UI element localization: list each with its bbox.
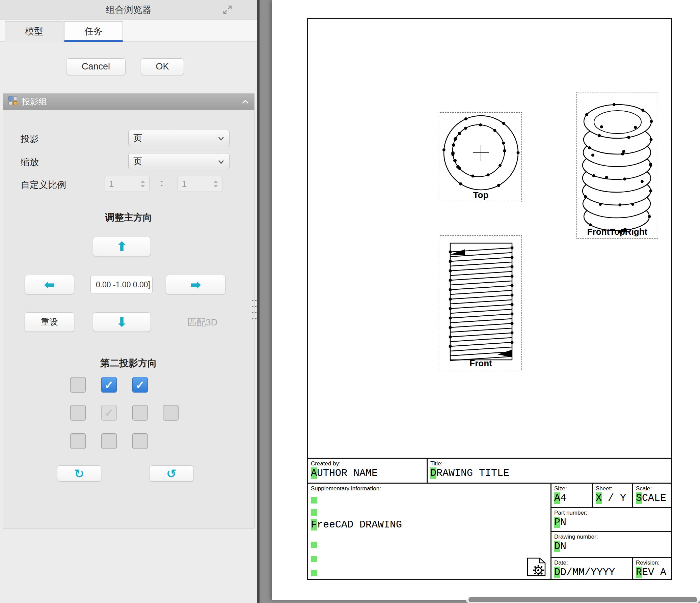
horizontal-scrollbar-thumb[interactable] xyxy=(469,597,697,602)
scale-cell-value[interactable]: SCALE xyxy=(633,492,671,504)
arrow-up-icon: ⬆ xyxy=(117,240,127,253)
part-number-value[interactable]: PN xyxy=(551,517,671,528)
scale-cell: Scale: SCALE xyxy=(633,483,671,508)
detach-panel-icon[interactable] xyxy=(223,5,232,15)
direction-right-button[interactable]: ➡ xyxy=(166,275,225,294)
projection-group-icon xyxy=(8,96,18,108)
ok-button[interactable]: OK xyxy=(141,58,184,75)
spinner-arrows-icon[interactable] xyxy=(141,180,145,187)
drawing-page: Top xyxy=(272,0,700,600)
view-label-top: Top xyxy=(440,190,522,200)
chevron-down-icon xyxy=(218,133,224,143)
title-block-right: Size: A4 Sheet: X / Y Scale: SCALE Par xyxy=(551,483,671,579)
drawing-number-value[interactable]: DN xyxy=(551,541,671,552)
date-label: Date: xyxy=(551,558,632,566)
top-view-drawing xyxy=(440,113,522,202)
secondary-direction-heading: 第二投影方向 xyxy=(3,357,254,370)
revision-label: Revision: xyxy=(633,558,671,566)
rotate-clockwise-button[interactable]: ↻ xyxy=(57,465,101,481)
sheet-value[interactable]: X / Y xyxy=(593,492,632,504)
title-label: Title: xyxy=(428,458,671,467)
scale-select-value: 页 xyxy=(133,155,142,167)
secondary-view-checkbox[interactable] xyxy=(70,405,86,421)
custom-scale-denominator-value: 1 xyxy=(182,179,186,189)
panel-tabs: 模型 任务 xyxy=(0,20,257,42)
reset-button[interactable]: 重设 xyxy=(25,312,74,332)
view-label-front: Front xyxy=(440,358,522,369)
secondary-view-checkbox[interactable] xyxy=(70,434,86,449)
part-number-cell: Part number: PN xyxy=(551,508,671,532)
direction-left-button[interactable]: ⬅ xyxy=(25,275,74,294)
projection-group-header[interactable]: 投影组 xyxy=(3,94,254,110)
sheet-cell: Sheet: X / Y xyxy=(593,483,633,508)
panel-title: 组合浏览器 xyxy=(0,0,257,20)
created-by-value[interactable]: AUTHOR NAME xyxy=(308,467,427,479)
created-by-label: Created by: xyxy=(308,458,427,467)
direction-down-button[interactable]: ⬇ xyxy=(93,312,151,332)
secondary-view-checkbox[interactable] xyxy=(101,434,117,449)
direction-up-button[interactable]: ⬆ xyxy=(93,237,151,256)
sheet-label: Sheet: xyxy=(593,483,632,492)
panel-titlebar: 组合浏览器 xyxy=(0,0,257,20)
cancel-button[interactable]: Cancel xyxy=(66,58,126,75)
scale-cell-label: Scale: xyxy=(633,483,671,492)
panel-splitter[interactable] xyxy=(257,0,259,603)
revision-value[interactable]: REV A xyxy=(633,567,671,578)
title-value[interactable]: DRAWING TITLE xyxy=(428,467,671,479)
secondary-view-checkbox[interactable] xyxy=(101,405,117,421)
splitter-handle[interactable] xyxy=(252,300,257,323)
created-by-cell: Created by: AUTHOR NAME xyxy=(308,458,428,483)
part-number-label: Part number: xyxy=(551,508,671,516)
tab-tasks[interactable]: 任务 xyxy=(64,21,123,42)
drawing-number-label: Drawing number: xyxy=(551,532,671,540)
supplementary-value[interactable]: FreeCAD DRAWING xyxy=(308,519,402,530)
collapse-chevron-up-icon[interactable] xyxy=(242,97,249,107)
view-top[interactable]: Top xyxy=(440,112,522,202)
secondary-view-checkbox[interactable] xyxy=(101,377,117,393)
custom-scale-numerator-spinbox[interactable]: 1 xyxy=(105,176,150,192)
spinner-arrows-icon[interactable] xyxy=(213,180,218,187)
placeholder-square[interactable] xyxy=(311,556,317,562)
size-label: Size: xyxy=(551,483,592,492)
projection-group-title: 投影组 xyxy=(22,96,47,107)
revision-cell: Revision: REV A xyxy=(633,558,671,579)
match-3d-button[interactable]: 匹配3D xyxy=(175,316,229,329)
techdraw-canvas: Top xyxy=(259,0,700,603)
rotate-counterclockwise-button[interactable]: ↺ xyxy=(149,465,193,481)
size-value[interactable]: A4 xyxy=(551,492,592,504)
secondary-view-checkbox[interactable] xyxy=(163,405,178,421)
rotate-ccw-icon: ↺ xyxy=(167,468,176,479)
secondary-view-checkbox[interactable] xyxy=(132,377,148,393)
supplementary-label: Supplementary information: xyxy=(308,483,550,492)
placeholder-square[interactable] xyxy=(311,542,317,548)
title-block: Created by: AUTHOR NAME Title: DRAWING T… xyxy=(308,457,671,579)
placeholder-square[interactable] xyxy=(311,509,317,516)
projection-select-value: 页 xyxy=(133,132,142,144)
title-cell: Title: DRAWING TITLE xyxy=(428,458,671,483)
secondary-view-checkbox[interactable] xyxy=(70,377,86,393)
view-label-front-top-right: FrontTopRight xyxy=(577,227,658,237)
primary-direction-heading: 调整主方向 xyxy=(3,211,254,224)
projection-select[interactable]: 页 xyxy=(128,130,229,146)
placeholder-square[interactable] xyxy=(311,570,317,576)
freecad-window: 组合浏览器 模型 任务 Cancel OK xyxy=(0,0,700,603)
custom-scale-denominator-spinbox[interactable]: 1 xyxy=(177,176,222,192)
secondary-view-checkbox[interactable] xyxy=(132,434,148,449)
date-value[interactable]: DD/MM/YYYY xyxy=(551,567,632,578)
arrow-left-icon: ⬅ xyxy=(44,279,55,291)
view-front[interactable]: Front xyxy=(440,235,522,370)
scale-select[interactable]: 页 xyxy=(128,153,229,169)
arrow-down-icon: ⬇ xyxy=(117,316,127,329)
placeholder-square[interactable] xyxy=(311,497,317,503)
horizontal-scrollbar[interactable] xyxy=(466,596,700,603)
direction-vector-display: 0.00 -1.00 0.00] xyxy=(91,276,153,293)
custom-scale-numerator-value: 1 xyxy=(109,179,114,189)
drawing-number-cell: Drawing number: DN xyxy=(551,532,671,558)
secondary-view-checkbox[interactable] xyxy=(132,405,148,421)
freecad-logo-icon xyxy=(525,557,548,578)
view-front-top-right[interactable]: FrontTopRight xyxy=(576,92,658,239)
projection-label: 投影 xyxy=(21,133,39,145)
tab-model[interactable]: 模型 xyxy=(5,21,64,42)
front-view-drawing xyxy=(440,236,522,371)
chevron-down-icon xyxy=(218,156,224,166)
